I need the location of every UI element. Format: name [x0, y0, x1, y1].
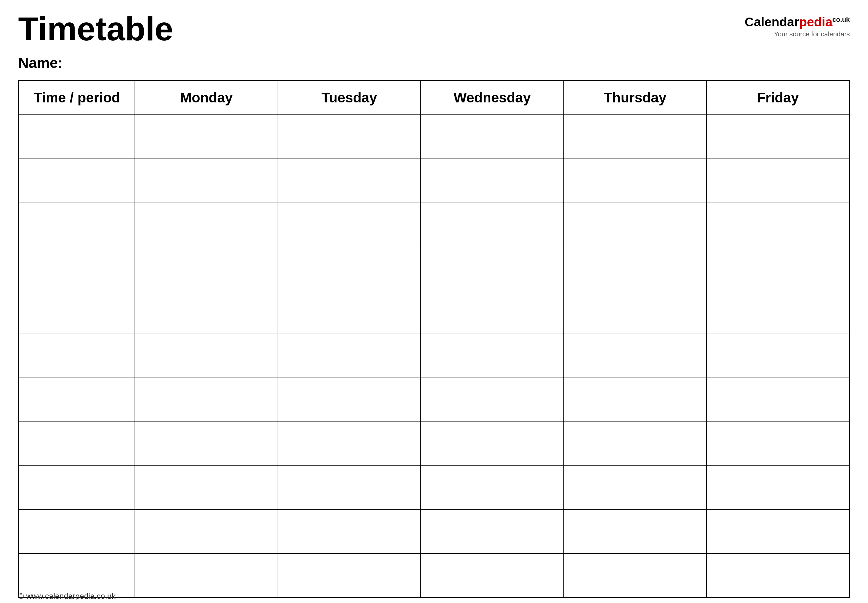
timetable-body	[19, 114, 849, 598]
table-cell[interactable]	[135, 246, 278, 290]
table-cell[interactable]	[135, 378, 278, 422]
table-cell[interactable]	[707, 510, 849, 554]
table-cell[interactable]	[19, 158, 135, 202]
table-cell[interactable]	[278, 378, 421, 422]
table-row	[19, 378, 849, 422]
table-row	[19, 554, 849, 598]
table-cell[interactable]	[19, 510, 135, 554]
table-cell[interactable]	[278, 114, 421, 158]
table-cell[interactable]	[564, 554, 707, 598]
table-cell[interactable]	[707, 114, 849, 158]
col-header-thursday: Thursday	[564, 81, 707, 114]
table-cell[interactable]	[19, 114, 135, 158]
table-cell[interactable]	[135, 554, 278, 598]
table-cell[interactable]	[135, 290, 278, 334]
table-cell[interactable]	[278, 466, 421, 510]
table-cell[interactable]	[707, 554, 849, 598]
table-cell[interactable]	[278, 510, 421, 554]
table-cell[interactable]	[135, 202, 278, 246]
table-row	[19, 290, 849, 334]
table-cell[interactable]	[278, 422, 421, 466]
table-cell[interactable]	[421, 422, 563, 466]
timetable: Time / period Monday Tuesday Wednesday T…	[18, 80, 850, 598]
header-area: Timetable Calendarpediaco.uk Your source…	[18, 12, 850, 45]
table-cell[interactable]	[19, 290, 135, 334]
table-cell[interactable]	[707, 466, 849, 510]
logo-pedia: pedia	[799, 15, 832, 29]
table-row	[19, 422, 849, 466]
table-cell[interactable]	[421, 510, 563, 554]
table-cell[interactable]	[135, 334, 278, 378]
table-cell[interactable]	[278, 158, 421, 202]
table-cell[interactable]	[278, 554, 421, 598]
table-cell[interactable]	[278, 334, 421, 378]
table-cell[interactable]	[564, 202, 707, 246]
col-header-friday: Friday	[707, 81, 849, 114]
table-cell[interactable]	[707, 158, 849, 202]
table-cell[interactable]	[707, 202, 849, 246]
table-cell[interactable]	[421, 114, 563, 158]
logo-couk: co.uk	[832, 16, 850, 23]
table-row	[19, 246, 849, 290]
table-row	[19, 202, 849, 246]
logo-area: Calendarpediaco.uk Your source for calen…	[745, 12, 850, 38]
table-row	[19, 510, 849, 554]
table-cell[interactable]	[421, 554, 563, 598]
table-cell[interactable]	[564, 378, 707, 422]
table-row	[19, 334, 849, 378]
table-cell[interactable]	[135, 158, 278, 202]
table-cell[interactable]	[421, 202, 563, 246]
table-cell[interactable]	[421, 290, 563, 334]
table-cell[interactable]	[564, 114, 707, 158]
table-cell[interactable]	[564, 290, 707, 334]
table-cell[interactable]	[421, 334, 563, 378]
table-row	[19, 158, 849, 202]
table-cell[interactable]	[421, 246, 563, 290]
logo-calendar: Calendar	[745, 15, 799, 29]
table-cell[interactable]	[19, 202, 135, 246]
name-label: Name:	[18, 54, 850, 71]
logo-tagline: Your source for calendars	[774, 30, 850, 38]
table-cell[interactable]	[278, 290, 421, 334]
table-cell[interactable]	[564, 510, 707, 554]
table-cell[interactable]	[564, 158, 707, 202]
table-cell[interactable]	[135, 466, 278, 510]
table-cell[interactable]	[707, 246, 849, 290]
table-row	[19, 466, 849, 510]
table-cell[interactable]	[19, 334, 135, 378]
table-cell[interactable]	[135, 422, 278, 466]
table-cell[interactable]	[707, 378, 849, 422]
table-cell[interactable]	[421, 158, 563, 202]
table-cell[interactable]	[707, 334, 849, 378]
col-header-wednesday: Wednesday	[421, 81, 563, 114]
col-header-tuesday: Tuesday	[278, 81, 421, 114]
table-cell[interactable]	[707, 422, 849, 466]
table-cell[interactable]	[19, 422, 135, 466]
table-cell[interactable]	[564, 246, 707, 290]
table-cell[interactable]	[135, 114, 278, 158]
table-cell[interactable]	[421, 378, 563, 422]
table-cell[interactable]	[19, 246, 135, 290]
footer-url: © www.calendarpedia.co.uk	[18, 592, 116, 601]
table-cell[interactable]	[421, 466, 563, 510]
table-cell[interactable]	[707, 290, 849, 334]
table-cell[interactable]	[564, 422, 707, 466]
table-cell[interactable]	[135, 510, 278, 554]
logo-text: Calendarpediaco.uk	[745, 15, 850, 29]
page-title: Timetable	[18, 12, 173, 45]
table-cell[interactable]	[19, 466, 135, 510]
table-cell[interactable]	[278, 202, 421, 246]
table-header-row: Time / period Monday Tuesday Wednesday T…	[19, 81, 849, 114]
table-cell[interactable]	[564, 466, 707, 510]
table-cell[interactable]	[19, 378, 135, 422]
col-header-time: Time / period	[19, 81, 135, 114]
table-row	[19, 114, 849, 158]
table-cell[interactable]	[278, 246, 421, 290]
col-header-monday: Monday	[135, 81, 278, 114]
table-cell[interactable]	[19, 554, 135, 598]
table-cell[interactable]	[564, 334, 707, 378]
